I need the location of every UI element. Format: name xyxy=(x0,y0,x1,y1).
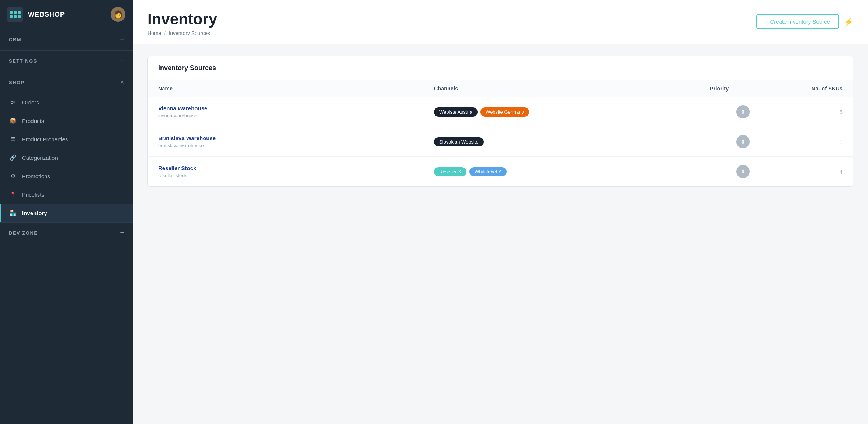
table-row[interactable]: Vienna Warehouse vienna-warehouse Webist… xyxy=(148,97,853,127)
inventory-label: Inventory xyxy=(22,210,47,216)
sidebar: WEBSHOP 👩 CRM + SETTINGS + SHOP × 🛍 Orde… xyxy=(0,0,133,424)
inventory-icon: 🏪 xyxy=(9,209,17,217)
item-name: Vienna Warehouse xyxy=(158,105,434,111)
sidebar-section-settings: SETTINGS + xyxy=(0,51,133,72)
item-name: Bratislava Warehouse xyxy=(158,135,434,141)
user-avatar[interactable]: 👩 xyxy=(111,7,125,22)
breadcrumb: Home / Inventory Sources xyxy=(147,30,217,36)
sidebar-item-inventory[interactable]: 🏪 Inventory xyxy=(0,204,133,222)
table-header: Name Channels Priority No. of SKUs xyxy=(148,80,853,97)
col-priority-header: Priority xyxy=(710,86,776,92)
lightning-icon[interactable]: ⚡ xyxy=(844,17,853,26)
crm-toggle-icon: + xyxy=(120,36,124,44)
channel-badge: Webiste Austria xyxy=(434,107,478,117)
devzone-toggle-icon: + xyxy=(120,229,124,237)
shop-section-toggle[interactable]: SHOP × xyxy=(0,72,133,93)
product-properties-icon: ☰ xyxy=(9,135,17,143)
products-label: Products xyxy=(22,118,44,124)
page-title: Inventory xyxy=(147,10,217,28)
table-row[interactable]: Reseller Stock reseller-stock Reseller X… xyxy=(148,157,853,186)
priority-cell: 0 xyxy=(710,105,776,118)
sidebar-section-shop: SHOP × 🛍 Orders 📦 Products ☰ Product Pro… xyxy=(0,72,133,223)
brand-name: WEBSHOP xyxy=(28,11,65,18)
categorization-label: Categorization xyxy=(22,155,58,161)
sidebar-item-promotions[interactable]: ⚙ Promotions xyxy=(0,167,133,185)
devzone-section-title: DEV ZONE xyxy=(9,230,38,236)
sidebar-item-categorization[interactable]: 🔗 Categorization xyxy=(0,148,133,167)
channel-badge: Whitelabel Y xyxy=(469,167,507,176)
channel-badge: Slovakian Website xyxy=(434,137,484,146)
sidebar-section-devzone: DEV ZONE + xyxy=(0,223,133,244)
settings-toggle-icon: + xyxy=(120,57,124,65)
card-title: Inventory Sources xyxy=(158,64,843,72)
inventory-table: Name Channels Priority No. of SKUs Vienn… xyxy=(148,80,853,186)
priority-badge: 0 xyxy=(736,105,750,118)
devzone-section-toggle[interactable]: DEV ZONE + xyxy=(0,223,133,244)
col-channels-header: Channels xyxy=(434,86,710,92)
header-actions: + Create Inventory Source ⚡ xyxy=(756,14,853,29)
skus-cell: 1 xyxy=(776,139,843,145)
priority-cell: 0 xyxy=(710,135,776,148)
promotions-icon: ⚙ xyxy=(9,172,17,180)
pricelists-label: Pricelists xyxy=(22,192,44,198)
table-row[interactable]: Bratislava Warehouse bratislava-warehous… xyxy=(148,127,853,157)
item-slug: vienna-warehouse xyxy=(158,113,434,118)
inventory-sources-card: Inventory Sources Name Channels Priority… xyxy=(147,56,853,187)
skus-cell: 4 xyxy=(776,169,843,175)
item-name-cell: Vienna Warehouse vienna-warehouse xyxy=(158,105,434,118)
promotions-label: Promotions xyxy=(22,173,50,179)
orders-label: Orders xyxy=(22,99,39,106)
skus-cell: 5 xyxy=(776,109,843,115)
sidebar-item-products[interactable]: 📦 Products xyxy=(0,111,133,130)
item-slug: bratislava-warehouse xyxy=(158,143,434,148)
channels-cell: Slovakian Website xyxy=(434,137,710,146)
brand: WEBSHOP xyxy=(7,7,65,22)
item-name-cell: Reseller Stock reseller-stock xyxy=(158,165,434,178)
products-icon: 📦 xyxy=(9,117,17,125)
settings-section-toggle[interactable]: SETTINGS + xyxy=(0,51,133,72)
orders-icon: 🛍 xyxy=(9,98,17,106)
channels-cell: Webiste Austria Website Germany xyxy=(434,107,710,117)
channels-cell: Reseller X Whitelabel Y xyxy=(434,167,710,176)
channel-badge: Reseller X xyxy=(434,167,466,176)
crm-section-toggle[interactable]: CRM + xyxy=(0,29,133,50)
priority-badge: 0 xyxy=(736,165,750,178)
settings-section-title: SETTINGS xyxy=(9,58,37,64)
breadcrumb-current: Inventory Sources xyxy=(169,30,210,36)
col-name-header: Name xyxy=(158,86,434,92)
breadcrumb-separator: / xyxy=(164,30,166,36)
brand-icon xyxy=(7,7,23,22)
sidebar-item-orders[interactable]: 🛍 Orders xyxy=(0,93,133,111)
card-header: Inventory Sources xyxy=(148,56,853,80)
create-inventory-source-button[interactable]: + Create Inventory Source xyxy=(756,14,839,29)
sidebar-item-pricelists[interactable]: 📍 Pricelists xyxy=(0,185,133,204)
breadcrumb-home[interactable]: Home xyxy=(147,30,161,36)
categorization-icon: 🔗 xyxy=(9,154,17,162)
item-name-cell: Bratislava Warehouse bratislava-warehous… xyxy=(158,135,434,148)
main-content: Inventory Home / Inventory Sources + Cre… xyxy=(133,0,868,424)
page-header: Inventory Home / Inventory Sources + Cre… xyxy=(133,0,868,44)
priority-cell: 0 xyxy=(710,165,776,178)
channel-badge: Website Germany xyxy=(480,107,529,117)
product-properties-label: Product Properties xyxy=(22,136,68,142)
crm-section-title: CRM xyxy=(9,37,21,42)
sidebar-section-crm: CRM + xyxy=(0,29,133,51)
shop-toggle-icon: × xyxy=(120,79,124,86)
header-left: Inventory Home / Inventory Sources xyxy=(147,10,217,36)
sidebar-header: WEBSHOP 👩 xyxy=(0,0,133,29)
sidebar-item-product-properties[interactable]: ☰ Product Properties xyxy=(0,130,133,148)
item-slug: reseller-stock xyxy=(158,173,434,178)
col-skus-header: No. of SKUs xyxy=(776,86,843,92)
item-name: Reseller Stock xyxy=(158,165,434,171)
content-area: Inventory Sources Name Channels Priority… xyxy=(133,44,868,199)
pricelists-icon: 📍 xyxy=(9,190,17,199)
priority-badge: 0 xyxy=(736,135,750,148)
shop-section-title: SHOP xyxy=(9,80,25,85)
